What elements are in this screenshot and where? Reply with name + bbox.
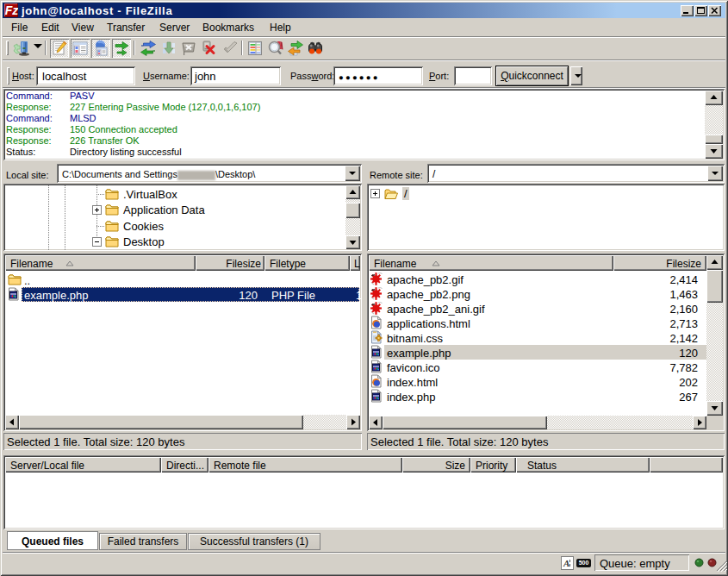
svg-text:A: A: [563, 558, 569, 568]
svg-text:Fz: Fz: [5, 3, 18, 17]
